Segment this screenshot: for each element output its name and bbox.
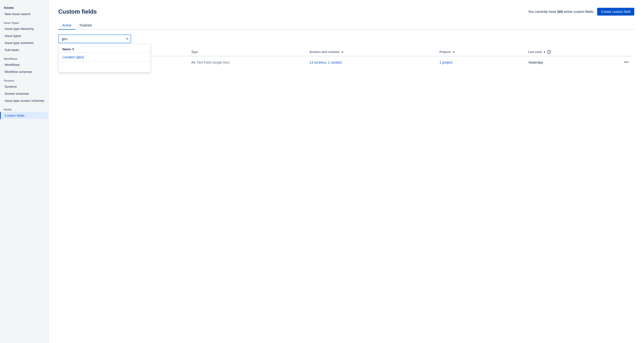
sidebar-item-issue-type-screen-schemes[interactable]: Issue type screen schemes — [0, 97, 48, 104]
sidebar-item-screen-schemes[interactable]: Screen schemes — [0, 90, 48, 97]
active-count-number: 103 — [557, 10, 563, 14]
col-screens-contexts-label: Screens and contexts — [309, 50, 340, 54]
col-type-label: Type — [191, 50, 198, 54]
dropdown-item-location-geo[interactable]: Location (geo) — [58, 53, 150, 62]
type-label: Text Field (single line) — [197, 60, 230, 64]
search-dropdown: Name ⇅ Location (geo) — [58, 44, 150, 72]
tab-active[interactable]: Active — [58, 22, 75, 30]
row-more-button[interactable]: ••• — [623, 59, 630, 65]
sidebar-item-custom-fields[interactable]: Custom fields — [0, 112, 48, 119]
active-count-suffix: active custom fields — [563, 10, 593, 14]
sidebar: Issues New issue search Issue Types Issu… — [0, 0, 48, 343]
header-right: You currently have 103 active custom fie… — [528, 8, 634, 16]
col-screens-contexts[interactable]: Screens and contexts ⇅ — [306, 48, 436, 56]
field-type-wrapper: Aa Text Field (single line) — [191, 60, 304, 64]
sidebar-item-issue-types[interactable]: Issue types — [0, 32, 48, 39]
type-icon: Aa — [191, 60, 195, 64]
sidebar-item-workflows[interactable]: Workflows — [0, 61, 48, 68]
col-projects-label: Projects — [440, 50, 451, 54]
cell-actions: ••• — [620, 56, 634, 68]
active-count-prefix: You currently have — [528, 10, 557, 14]
last-used-help-icon[interactable]: ? — [547, 50, 551, 54]
sidebar-item-issue-type-schemes[interactable]: Issue type schemes — [0, 39, 48, 46]
search-wrapper: ✕ Name ⇅ Location (geo) — [58, 34, 131, 43]
dropdown-header-label: Name — [62, 47, 71, 51]
col-screens-sort-icon[interactable]: ⇅ — [342, 51, 343, 54]
search-input[interactable] — [58, 34, 131, 43]
sidebar-group-fields: Fields — [0, 104, 48, 112]
cell-type: Aa Text Field (single line) — [188, 56, 306, 68]
sidebar-item-sub-tasks[interactable]: Sub-tasks — [0, 46, 48, 54]
create-custom-field-button[interactable]: Create custom field — [597, 8, 634, 16]
tabs-bar: Active Trashed — [58, 22, 634, 30]
col-projects-sort-icon[interactable]: ⇅ — [453, 51, 454, 54]
dropdown-sort-icon[interactable]: ⇅ — [72, 48, 74, 51]
sidebar-group-screens: Screens — [0, 75, 48, 83]
projects-link[interactable]: 1 project — [440, 60, 453, 64]
sidebar-section-issues: Issues — [0, 4, 48, 10]
screens-contexts-link[interactable]: 13 screens, 1 context — [309, 60, 342, 64]
sidebar-item-screens[interactable]: Screens — [0, 83, 48, 90]
col-actions — [620, 48, 634, 56]
sidebar-item-issue-type-hierarchy[interactable]: Issue type hierarchy — [0, 25, 48, 32]
cell-projects: 1 project — [436, 56, 525, 68]
sidebar-group-issue-types: Issue Types — [0, 18, 48, 25]
dropdown-name-header: Name ⇅ — [58, 46, 150, 53]
sidebar-group-workflows: Workflows — [0, 54, 48, 61]
search-clear-button[interactable]: ✕ — [126, 37, 129, 41]
cell-last-used: Yesterday — [525, 56, 620, 68]
col-last-used-label: Last used — [528, 50, 542, 54]
main-content: Custom fields You currently have 103 act… — [48, 0, 644, 343]
tab-trashed[interactable]: Trashed — [75, 22, 96, 30]
col-projects[interactable]: Projects ⇅ — [436, 48, 525, 56]
page-title: Custom fields — [58, 8, 97, 15]
cell-screens-contexts: 13 screens, 1 context — [306, 56, 436, 68]
dropdown-footer — [58, 62, 150, 70]
sidebar-item-workflow-schemes[interactable]: Workflow schemes — [0, 68, 48, 75]
sidebar-item-new-issue-search[interactable]: New issue search — [0, 10, 48, 18]
active-count-text: You currently have 103 active custom fie… — [528, 10, 594, 14]
page-header: Custom fields You currently have 103 act… — [58, 8, 634, 16]
col-last-used[interactable]: Last used ⇅ ? — [525, 48, 620, 56]
col-type: Type — [188, 48, 306, 56]
last-used-value: Yesterday — [528, 60, 543, 64]
col-last-used-sort-icon[interactable]: ⇅ — [544, 51, 546, 54]
